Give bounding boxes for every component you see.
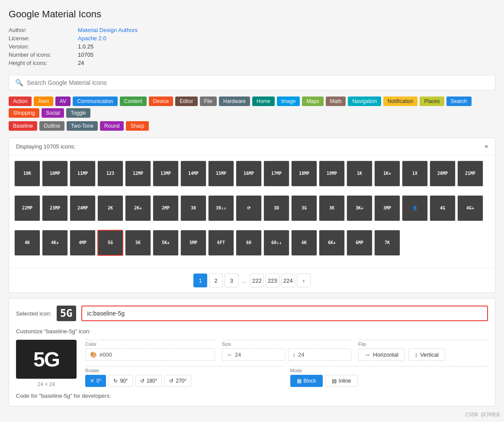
list-view-icon[interactable]: ≡ <box>485 143 488 150</box>
icon-cell[interactable]: ⟳ <box>236 195 262 221</box>
tag-communication[interactable]: Communication <box>73 97 117 106</box>
icon-cell[interactable]: 30↓↓ <box>208 195 234 221</box>
tag-alert[interactable]: Alert <box>34 97 53 106</box>
rotate-icon-90°: ↻ <box>113 378 118 384</box>
icon-cell[interactable]: 1K+ <box>374 161 400 187</box>
icon-cell[interactable]: 15MP <box>208 161 234 187</box>
style-tag-baseline[interactable]: Baseline <box>9 121 37 131</box>
size-height-input[interactable]: ↕ 24 <box>288 348 352 361</box>
icon-cell[interactable]: 4G+ <box>457 195 483 221</box>
big-icon-text: 5G <box>33 348 59 371</box>
icon-cell[interactable]: 4G <box>430 195 456 221</box>
page-button-224[interactable]: 224 <box>281 274 295 287</box>
page-button-3[interactable]: 3 <box>225 274 238 287</box>
tag-shopping[interactable]: Shopping <box>9 108 39 118</box>
icon-cell[interactable]: 20MP <box>430 161 456 187</box>
style-tag-twotone[interactable]: Two-Tone <box>67 121 98 131</box>
icon-cell[interactable]: 30 <box>180 195 206 221</box>
icon-cell[interactable]: 60 <box>236 230 262 256</box>
icon-cell[interactable]: 18MP <box>291 161 317 187</box>
icon-cell[interactable]: 17MP <box>263 161 289 187</box>
icon-cell[interactable]: 16MP <box>236 161 262 187</box>
rotate-btn-0deg[interactable]: ✕ 0° <box>85 375 106 387</box>
pagination-next[interactable]: › <box>297 274 311 287</box>
size-width-input[interactable]: ↔ 24 <box>222 348 286 361</box>
tag-search[interactable]: Search <box>446 97 472 106</box>
tag-maps[interactable]: Maps <box>302 97 323 106</box>
color-input-row[interactable]: 🎨 #000 <box>85 348 215 361</box>
selected-section: Selected icon: 5G Customize "baseline-5g… <box>9 298 495 406</box>
flip-vertical-button[interactable]: ↕ Vertical <box>408 348 445 361</box>
icon-cell[interactable]: 6FT <box>208 230 234 256</box>
icon-cell[interactable]: 5K <box>125 230 151 256</box>
icon-cell[interactable]: 3K+ <box>347 195 372 221</box>
icon-cell[interactable]: 👤 <box>402 195 428 221</box>
icon-cell[interactable]: 4MP <box>70 230 96 256</box>
icon-cell[interactable]: 5K+ <box>153 230 179 256</box>
author-value[interactable]: Material Design Authors <box>78 27 138 33</box>
icon-cell[interactable]: 6K <box>291 230 317 256</box>
icon-cell[interactable]: 24MP <box>70 195 96 221</box>
tag-social[interactable]: Social <box>42 108 64 118</box>
icon-cell[interactable]: 4K+ <box>42 230 68 256</box>
icon-cell[interactable]: 12MP <box>125 161 151 187</box>
tag-editor[interactable]: Editor <box>175 97 197 106</box>
icon-cell[interactable]: 1K <box>347 161 372 187</box>
tag-navigation[interactable]: Navigation <box>348 97 381 106</box>
icon-cell[interactable]: 3D <box>263 195 289 221</box>
icon-cell[interactable]: 3MP <box>374 195 400 221</box>
page-button-2[interactable]: 2 <box>209 274 223 287</box>
mode-btn-block[interactable]: ▦ Block <box>290 375 323 387</box>
rotate-btn-90deg[interactable]: ↻ 90° <box>109 375 132 387</box>
page-button-1[interactable]: 1 <box>193 274 207 287</box>
icon-cell[interactable]: 7K <box>374 230 400 256</box>
icon-cell[interactable]: 11MP <box>70 161 96 187</box>
page-button-223[interactable]: 223 <box>266 274 279 287</box>
icon-cell[interactable]: 3G <box>291 195 317 221</box>
tag-notification[interactable]: Notification <box>383 97 417 106</box>
icon-cell[interactable]: 10K <box>14 161 40 187</box>
page-button-222[interactable]: 222 <box>250 274 264 287</box>
tag-action[interactable]: Action <box>9 97 32 106</box>
icon-cell[interactable]: 6K+ <box>319 230 345 256</box>
rotate-btn-270deg[interactable]: ↺ 270° <box>164 375 191 387</box>
icon-cell[interactable]: 14MP <box>180 161 206 187</box>
icon-cell[interactable]: 1X <box>402 161 428 187</box>
style-tag-sharp[interactable]: Sharp <box>126 121 148 131</box>
icon-cell[interactable]: 19MP <box>319 161 345 187</box>
icon-cell[interactable]: 2MP <box>153 195 179 221</box>
selected-input[interactable] <box>81 306 488 321</box>
tag-av[interactable]: AV <box>55 97 71 106</box>
icon-cell[interactable]: 3K <box>319 195 345 221</box>
icon-cell[interactable]: 2K <box>97 195 123 221</box>
tag-math[interactable]: Math <box>326 97 346 106</box>
flip-horizontal-button[interactable]: ↔ Horizontal <box>358 348 405 361</box>
tag-device[interactable]: Device <box>149 97 173 106</box>
license-value[interactable]: Apache 2.0 <box>78 35 106 42</box>
icon-cell[interactable]: 22MP <box>14 195 40 221</box>
icon-cell[interactable]: 60↓↓ <box>263 230 289 256</box>
tag-hardware[interactable]: Hardware <box>219 97 250 106</box>
search-input[interactable] <box>27 79 489 86</box>
icon-cell[interactable]: 13MP <box>153 161 179 187</box>
icon-cell[interactable]: 5G <box>97 230 123 256</box>
icon-cell[interactable]: 123 <box>97 161 123 187</box>
icon-cell[interactable]: 2K+ <box>125 195 151 221</box>
mode-btn-inline[interactable]: ▤ Inline <box>325 375 358 387</box>
rotate-btn-180deg[interactable]: ↺ 180° <box>135 375 162 387</box>
icon-cell[interactable]: 23MP <box>42 195 68 221</box>
tag-file[interactable]: File <box>200 97 217 106</box>
icon-cell[interactable]: 6MP <box>347 230 372 256</box>
icon-cell[interactable]: 21MP <box>457 161 483 187</box>
rotate-icon-180°: ↺ <box>140 378 144 384</box>
style-tag-round[interactable]: Round <box>100 121 124 131</box>
tag-places[interactable]: Places <box>420 97 444 106</box>
icon-cell[interactable]: 4K <box>14 230 40 256</box>
tag-content[interactable]: Content <box>120 97 147 106</box>
tag-toggle[interactable]: Toggle <box>66 108 90 118</box>
icon-cell[interactable]: 10MP <box>42 161 68 187</box>
style-tag-outline[interactable]: Outline <box>39 121 64 131</box>
icon-cell[interactable]: 5MP <box>180 230 206 256</box>
tag-image[interactable]: Image <box>277 97 300 106</box>
tag-home[interactable]: Home <box>252 97 275 106</box>
